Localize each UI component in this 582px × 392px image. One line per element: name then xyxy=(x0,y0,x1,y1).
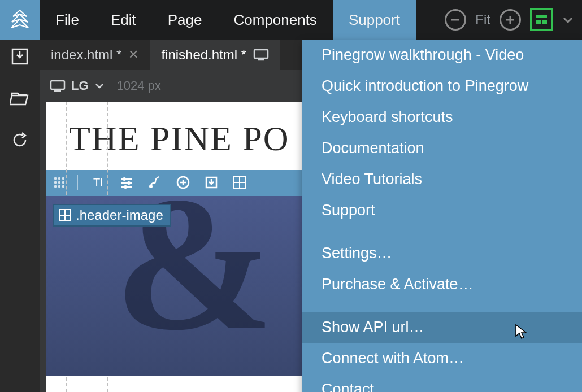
dropdown-item[interactable]: Support xyxy=(302,195,582,226)
dropdown-item[interactable]: Keyboard shortcuts xyxy=(302,102,582,133)
drag-handle-icon[interactable] xyxy=(54,177,64,188)
undo-icon xyxy=(10,130,29,150)
grid-toggle-button[interactable] xyxy=(530,8,553,31)
folder-open-icon xyxy=(10,90,29,107)
left-rail xyxy=(0,40,40,392)
dropdown-item[interactable]: Contact… xyxy=(302,374,582,392)
selection-grid-icon xyxy=(59,209,71,221)
download-page-icon xyxy=(10,47,29,66)
svg-rect-4 xyxy=(536,20,541,24)
app-logo[interactable] xyxy=(0,0,40,40)
chevron-down-icon xyxy=(562,14,574,26)
device-icon xyxy=(253,49,269,61)
dropdown-item[interactable]: Purchase & Activate… xyxy=(302,269,582,300)
menu-edit[interactable]: Edit xyxy=(95,0,152,40)
support-dropdown: Pinegrow walkthrough - VideoQuick introd… xyxy=(302,40,582,392)
zoom-fit-label[interactable]: Fit xyxy=(475,12,490,28)
dropdown-item[interactable]: Quick introduction to Pinegrow xyxy=(302,71,582,102)
tab-close-button[interactable]: ✕ xyxy=(128,47,138,62)
dropdown-item[interactable]: Settings… xyxy=(302,238,582,269)
pinecone-icon xyxy=(8,8,31,31)
text-icon: T xyxy=(91,175,106,190)
dropdown-separator xyxy=(302,232,582,232)
grid-toggle-chevron[interactable] xyxy=(562,14,574,26)
device-icon xyxy=(50,80,66,92)
svg-text:T: T xyxy=(93,176,100,189)
svg-rect-7 xyxy=(254,50,268,58)
document-tab[interactable]: finished.html * xyxy=(150,40,280,70)
dropdown-item[interactable]: Documentation xyxy=(302,133,582,164)
layout-grid-icon xyxy=(535,13,548,27)
rail-project-button[interactable] xyxy=(10,88,30,108)
document-tab[interactable]: index.html *✕ xyxy=(40,40,150,70)
viewport-breakpoint[interactable]: LG xyxy=(71,79,89,93)
menu-page[interactable]: Page xyxy=(152,0,218,40)
top-right-controls: Fit xyxy=(445,0,582,40)
menu-support[interactable]: Support xyxy=(333,0,416,40)
plus-icon xyxy=(505,14,516,25)
svg-rect-5 xyxy=(542,20,547,24)
dropdown-item[interactable]: Video Tutorials xyxy=(302,164,582,195)
menu-components[interactable]: Components xyxy=(218,0,332,40)
tab-label: index.html * xyxy=(51,47,121,63)
dropdown-item[interactable]: Show API url… xyxy=(302,312,582,343)
dropdown-item[interactable]: Pinegrow walkthrough - Video xyxy=(302,40,582,71)
menu-file[interactable]: File xyxy=(40,0,95,40)
viewport-width: 1024 px xyxy=(117,79,161,93)
ampersand-graphic: & xyxy=(114,168,274,360)
rail-undo-button[interactable] xyxy=(10,130,30,150)
top-menubar: FileEditPageComponentsSupport Fit xyxy=(0,0,582,40)
rail-import-button[interactable] xyxy=(10,46,30,67)
dropdown-item[interactable]: Connect with Atom… xyxy=(302,343,582,374)
chevron-down-icon[interactable] xyxy=(94,81,105,91)
svg-rect-9 xyxy=(51,81,64,89)
minus-icon xyxy=(450,14,461,25)
zoom-out-button[interactable] xyxy=(445,9,466,31)
dropdown-separator xyxy=(302,306,582,306)
svg-rect-3 xyxy=(536,15,547,18)
zoom-in-button[interactable] xyxy=(500,9,521,31)
edit-text-button[interactable]: T xyxy=(90,175,106,190)
selection-badge[interactable]: .header-image xyxy=(53,204,171,227)
tab-label: finished.html * xyxy=(161,47,246,63)
selection-label: .header-image xyxy=(76,207,163,223)
